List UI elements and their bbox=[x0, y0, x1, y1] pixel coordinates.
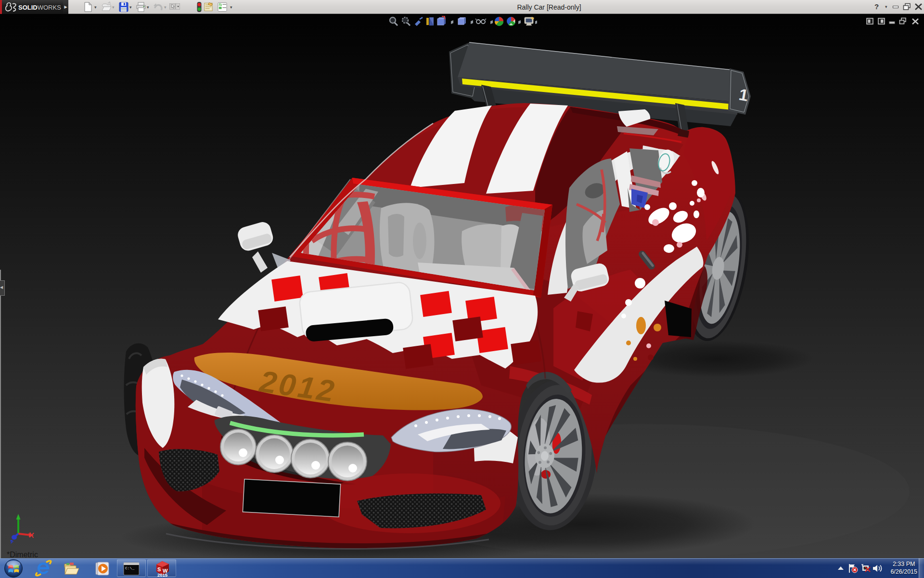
svg-text:2015: 2015 bbox=[157, 572, 168, 578]
svg-text:S: S bbox=[157, 566, 161, 572]
svg-text:C:\_: C:\_ bbox=[125, 566, 134, 570]
